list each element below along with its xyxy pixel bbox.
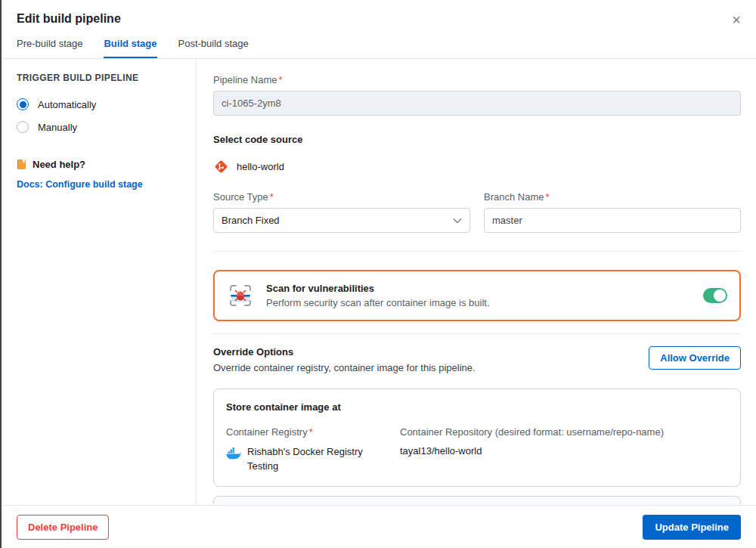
close-icon[interactable]: × bbox=[732, 12, 741, 27]
branch-name-label: Branch Name* bbox=[484, 191, 741, 203]
scan-description: Perform security scan after container im… bbox=[266, 297, 691, 308]
container-repository-value: tayal13/hello-world bbox=[400, 445, 728, 457]
container-repository-col: Container Repository (desired format: us… bbox=[400, 426, 728, 474]
tab-post-build-stage[interactable]: Post-build stage bbox=[178, 38, 249, 58]
container-registry-label: Container Registry* bbox=[226, 426, 400, 438]
help-block: Need help? Docs: Configure build stage bbox=[17, 159, 181, 190]
scan-bug-icon bbox=[227, 282, 254, 309]
scan-vulnerabilities-card: Scan for vulnerabilities Perform securit… bbox=[213, 270, 741, 321]
git-icon bbox=[213, 159, 229, 175]
sidebar: TRIGGER BUILD PIPELINE Automatically Man… bbox=[2, 59, 197, 505]
override-description: Override container registry, container i… bbox=[213, 362, 476, 373]
radio-manually[interactable]: Manually bbox=[17, 121, 181, 133]
trigger-section-title: TRIGGER BUILD PIPELINE bbox=[17, 73, 181, 83]
repo-name: hello-world bbox=[237, 161, 284, 172]
modal-footer: Delete Pipeline Update Pipeline bbox=[2, 505, 756, 548]
scan-title: Scan for vulnerabilities bbox=[266, 283, 691, 294]
pipeline-name-label: Pipeline Name* bbox=[213, 74, 741, 85]
docs-link[interactable]: Docs: Configure build stage bbox=[17, 179, 143, 190]
required-asterisk: * bbox=[279, 74, 283, 85]
branch-name-field: Branch Name* bbox=[484, 191, 741, 233]
branch-name-input[interactable] bbox=[484, 208, 741, 233]
page-title: Edit build pipeline bbox=[17, 12, 741, 26]
book-icon bbox=[17, 159, 27, 170]
source-type-value: Branch Fixed bbox=[222, 215, 280, 226]
radio-automatically[interactable]: Automatically bbox=[17, 98, 181, 110]
git-repo-row: hello-world bbox=[213, 159, 741, 175]
source-type-field: Source Type* Branch Fixed bbox=[213, 191, 470, 233]
container-repository-label: Container Repository (desired format: us… bbox=[400, 426, 728, 438]
toggle-knob bbox=[714, 289, 726, 302]
modal-header: Edit build pipeline × bbox=[2, 0, 756, 26]
stage-tabbar: Pre-build stage Build stage Post-build s… bbox=[2, 38, 756, 59]
container-registry-col: Container Registry* bbox=[226, 426, 400, 474]
container-registry-value: Rishabh's Docker Registry Testing bbox=[247, 445, 377, 474]
divider bbox=[213, 251, 741, 252]
pipeline-name-input[interactable] bbox=[213, 91, 741, 116]
radio-automatically-label: Automatically bbox=[38, 99, 96, 110]
divider bbox=[213, 333, 741, 334]
docker-icon bbox=[226, 447, 241, 460]
help-title: Need help? bbox=[33, 159, 85, 170]
delete-pipeline-button[interactable]: Delete Pipeline bbox=[17, 515, 109, 540]
scan-toggle[interactable] bbox=[703, 288, 727, 303]
radio-selected-icon bbox=[17, 98, 29, 110]
radio-manually-label: Manually bbox=[38, 122, 77, 133]
store-heading: Store container image at bbox=[226, 401, 728, 413]
code-source-heading: Select code source bbox=[213, 134, 741, 145]
source-type-label: Source Type* bbox=[213, 191, 470, 203]
tab-build-stage[interactable]: Build stage bbox=[104, 38, 156, 58]
source-type-select[interactable]: Branch Fixed bbox=[213, 208, 470, 233]
allow-override-button[interactable]: Allow Override bbox=[649, 346, 741, 370]
radio-unselected-icon bbox=[17, 121, 29, 133]
next-card-partial bbox=[213, 496, 741, 504]
tab-pre-build-stage[interactable]: Pre-build stage bbox=[17, 38, 82, 58]
override-title: Override Options bbox=[213, 346, 476, 358]
store-container-card: Store container image at Container Regis… bbox=[213, 389, 741, 487]
main-panel: Pipeline Name* Select code source hello-… bbox=[197, 59, 756, 505]
chevron-down-icon bbox=[453, 218, 462, 224]
update-pipeline-button[interactable]: Update Pipeline bbox=[643, 515, 741, 540]
override-options-row: Override Options Override container regi… bbox=[213, 346, 741, 373]
